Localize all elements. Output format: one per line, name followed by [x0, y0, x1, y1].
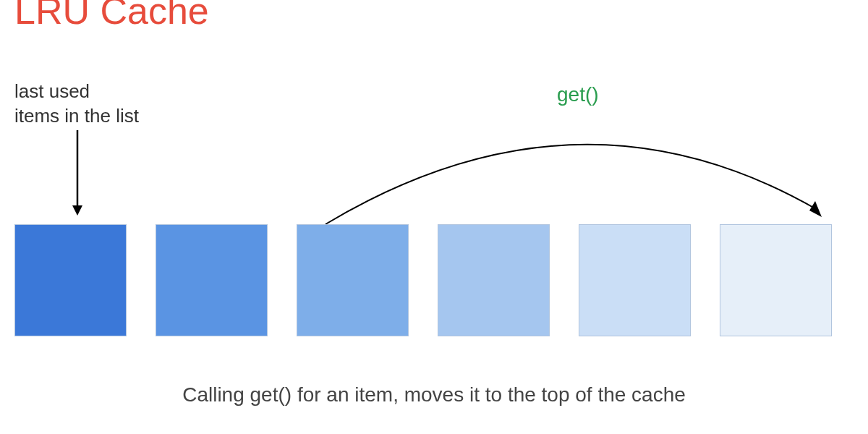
- cache-box-6: [720, 224, 832, 336]
- get-method-label: get(): [557, 83, 599, 106]
- svg-marker-2: [809, 201, 822, 217]
- diagram-caption: Calling get() for an item, moves it to t…: [0, 383, 868, 407]
- curve-arrow-icon: [311, 109, 832, 231]
- cache-box-2: [156, 224, 268, 336]
- cache-box-4: [438, 224, 550, 336]
- last-used-line1: last used: [14, 80, 90, 102]
- cache-box-1: [14, 224, 127, 336]
- diagram-title: LRU Cache: [14, 0, 209, 33]
- last-used-line2: items in the list: [14, 105, 139, 127]
- svg-marker-1: [72, 205, 82, 216]
- last-used-label: last used items in the list: [14, 80, 139, 129]
- cache-box-3: [297, 224, 409, 336]
- cache-boxes-row: [14, 224, 832, 336]
- cache-box-5: [579, 224, 691, 336]
- arrow-down-icon: [70, 130, 85, 217]
